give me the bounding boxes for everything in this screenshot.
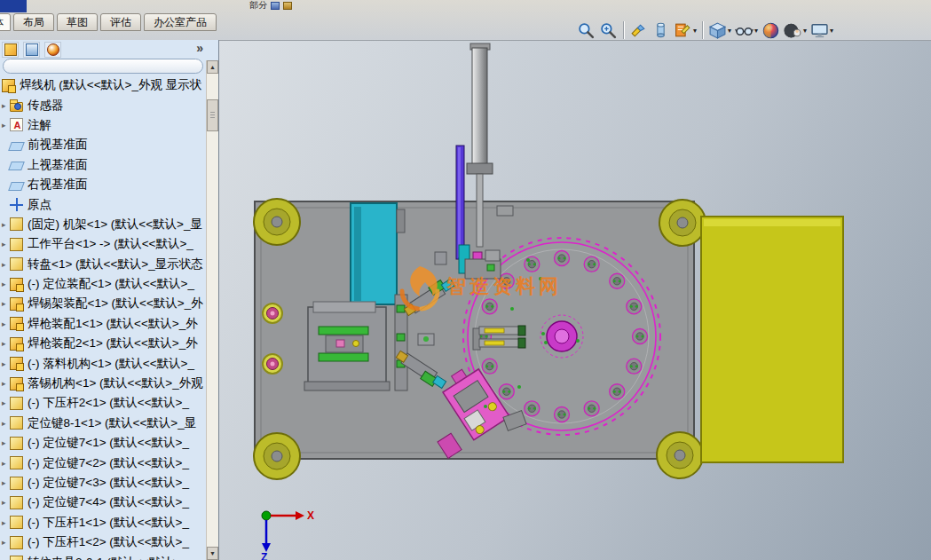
dropdown-caret-icon: ▾ <box>754 27 758 35</box>
expand-panel-chevron[interactable]: » <box>196 41 203 55</box>
expand-arrow-icon[interactable]: ▸ <box>2 538 10 547</box>
tree-item[interactable]: ▸(-) 定位键7<4> (默认<<默认>_ <box>0 493 206 512</box>
tree-item[interactable]: ▸(-) 下压杆1<2> (默认<<默认>_ <box>0 532 206 552</box>
view-settings-icon[interactable]: ▾ <box>809 20 835 41</box>
watermark-text: 智造资料网 <box>446 275 562 297</box>
tree-item[interactable]: ▸定位键8-1<1> (默认<<默认>_显 <box>0 414 206 433</box>
cad-model[interactable]: 智造资料网 X Z <box>219 41 931 560</box>
tree-item[interactable]: 右视基准面 <box>0 175 206 194</box>
zoom-area-icon[interactable] <box>597 20 619 41</box>
tree-item[interactable]: ▸焊锡架装配<1> (默认<<默认>_外 <box>0 294 206 313</box>
expand-arrow-icon[interactable]: ▸ <box>2 419 10 428</box>
appearances-ball-icon[interactable] <box>44 42 61 58</box>
tree-item-label: (-) 定位键7<4> (默认<<默认>_ <box>28 494 189 510</box>
expand-arrow-icon[interactable]: ▸ <box>2 240 10 248</box>
expand-arrow-icon[interactable]: ▸ <box>2 459 10 468</box>
edit-appearance-icon[interactable]: ▾ <box>672 20 698 41</box>
part-icon <box>10 257 23 271</box>
tree-item[interactable]: ▸(-) 定位键7<2> (默认<<默认>_ <box>0 453 206 472</box>
tab-evaluate[interactable]: 评估 <box>100 13 141 31</box>
tree-item-label: 工作平台<1> -> (默认<<默认>_ <box>28 236 193 252</box>
tree-item[interactable]: 焊线机 (默认<<默认>_外观 显示状 <box>0 75 206 95</box>
featuremanager-tree-icon[interactable] <box>2 42 19 58</box>
zoom-fit-icon[interactable] <box>575 20 597 41</box>
expand-arrow-icon[interactable]: ▸ <box>2 498 10 507</box>
scroll-thumb[interactable] <box>207 99 218 131</box>
expand-arrow-icon[interactable]: ▸ <box>2 339 10 348</box>
expand-arrow-icon[interactable]: ▸ <box>2 379 10 388</box>
tree-item[interactable]: 前视基准面 <box>0 135 206 154</box>
mini-icon <box>283 2 292 10</box>
view-orientation-icon[interactable]: ▾ <box>706 20 733 41</box>
tree-item-label: (固定) 机架<1> (默认<<默认>_显 <box>28 217 202 233</box>
section-view-icon[interactable] <box>627 20 650 41</box>
solidworks-window: 部分 体布局草图评估办公室产品 <box>0 0 931 560</box>
tree-item-label: (-) 定位装配<1> (默认<<默认>_ <box>28 276 194 292</box>
folder-icon <box>10 102 23 112</box>
expand-arrow-icon[interactable]: ▸ <box>2 478 10 487</box>
dropdown-caret-icon: ▾ <box>803 27 807 35</box>
expand-arrow-icon[interactable]: ▸ <box>2 518 10 527</box>
tree-item[interactable]: ▸转位夹具2-0-1 (默认<<默认>_ <box>0 552 206 560</box>
tree-item[interactable]: ▸转盘<1> (默认<<默认>_显示状态 <box>0 255 206 274</box>
expand-arrow-icon[interactable]: ▸ <box>2 121 10 130</box>
tree-item-label: (-) 下压杆2<1> (默认<<默认>_ <box>28 395 189 411</box>
tree-item[interactable]: 上视基准面 <box>0 155 206 175</box>
tree-item[interactable]: ▸注解 <box>0 115 206 135</box>
tree-item[interactable]: ▸(-) 下压杆1<1> (默认<<默认>_ <box>0 513 206 532</box>
mini-icon <box>271 2 280 10</box>
assembly-icon <box>10 377 23 390</box>
tree-item[interactable]: ▸落锡机构<1> (默认<<默认>_外观 <box>0 374 206 393</box>
tree-item[interactable]: ▸(-) 定位键7<3> (默认<<默认>_ <box>0 473 206 493</box>
graphics-area[interactable]: 智造资料网 X Z <box>219 40 931 560</box>
tree-scrollbar: ▲ ▼ <box>206 60 218 560</box>
tree-item[interactable]: ▸焊枪装配2<1> (默认<<默认>_外 <box>0 334 206 353</box>
hide-show-items-icon[interactable]: ▾ <box>733 20 760 41</box>
expand-arrow-icon[interactable]: ▸ <box>2 299 10 308</box>
feature-tree: 焊线机 (默认<<默认>_外观 显示状▸传感器▸注解前视基准面上视基准面右视基准… <box>0 75 206 560</box>
apply-scene-icon[interactable] <box>760 20 782 41</box>
expand-arrow-icon[interactable]: ▸ <box>2 260 10 269</box>
tree-item[interactable]: ▸传感器 <box>0 95 206 114</box>
axis-z-label: Z <box>261 551 267 560</box>
tree-item[interactable]: ▸(-) 定位键7<1> (默认<<默认>_ <box>0 433 206 453</box>
expand-arrow-icon[interactable]: ▸ <box>2 220 10 229</box>
dropdown-caret-icon: ▾ <box>728 27 731 35</box>
dropdown-caret-icon: ▾ <box>693 27 697 35</box>
expand-arrow-icon[interactable]: ▸ <box>2 101 10 110</box>
scroll-up-button[interactable]: ▲ <box>207 60 218 74</box>
render-settings-icon[interactable]: ▾ <box>782 20 809 41</box>
expand-arrow-icon[interactable]: ▸ <box>2 438 10 447</box>
tree-item[interactable]: ▸焊枪装配1<1> (默认<<默认>_外 <box>0 314 206 334</box>
tree-item[interactable]: ▸(-) 定位装配<1> (默认<<默认>_ <box>0 274 206 294</box>
separator <box>702 21 703 39</box>
tree-item[interactable]: ▸工作平台<1> -> (默认<<默认>_ <box>0 234 206 254</box>
yellow-block[interactable] <box>701 217 843 462</box>
tab-assembly[interactable]: 体 <box>0 13 11 31</box>
display-pane-icon[interactable] <box>23 42 40 58</box>
expand-arrow-icon[interactable]: ▸ <box>2 359 10 368</box>
tree-item-label: 前视基准面 <box>28 137 88 153</box>
tree-item[interactable]: ▸(-) 落料机构<1> (默认<<默认>_ <box>0 353 206 373</box>
tree-item-label: (-) 定位键7<2> (默认<<默认>_ <box>28 455 189 471</box>
corner-pad <box>254 199 300 245</box>
assembly-icon <box>10 317 23 330</box>
tab-sketch[interactable]: 草图 <box>57 13 98 31</box>
display-style-icon[interactable] <box>650 20 672 41</box>
expand-arrow-icon[interactable]: ▸ <box>2 319 10 328</box>
expand-arrow-icon[interactable]: ▸ <box>2 280 10 288</box>
cyan-block[interactable] <box>351 203 405 304</box>
tree-item-label: 转位夹具2-0-1 (默认<<默认>_ <box>28 555 186 560</box>
orientation-triad: X Z <box>261 509 314 560</box>
tree-item[interactable]: 原点 <box>0 194 206 214</box>
window-title-fragment <box>0 0 27 12</box>
tree-item-label: 右视基准面 <box>28 177 88 193</box>
tree-item-label: 焊枪装配2<1> (默认<<默认>_外 <box>28 335 198 351</box>
expand-arrow-icon[interactable]: ▸ <box>2 398 10 407</box>
tab-layout[interactable]: 布局 <box>13 13 54 31</box>
tab-office-products[interactable]: 办公室产品 <box>144 13 217 31</box>
ribbon-fragment-label: 部分 <box>249 0 267 12</box>
scroll-down-button[interactable]: ▼ <box>207 547 218 560</box>
tree-item[interactable]: ▸(-) 下压杆2<1> (默认<<默认>_ <box>0 393 206 413</box>
tree-item[interactable]: ▸(固定) 机架<1> (默认<<默认>_显 <box>0 215 206 234</box>
